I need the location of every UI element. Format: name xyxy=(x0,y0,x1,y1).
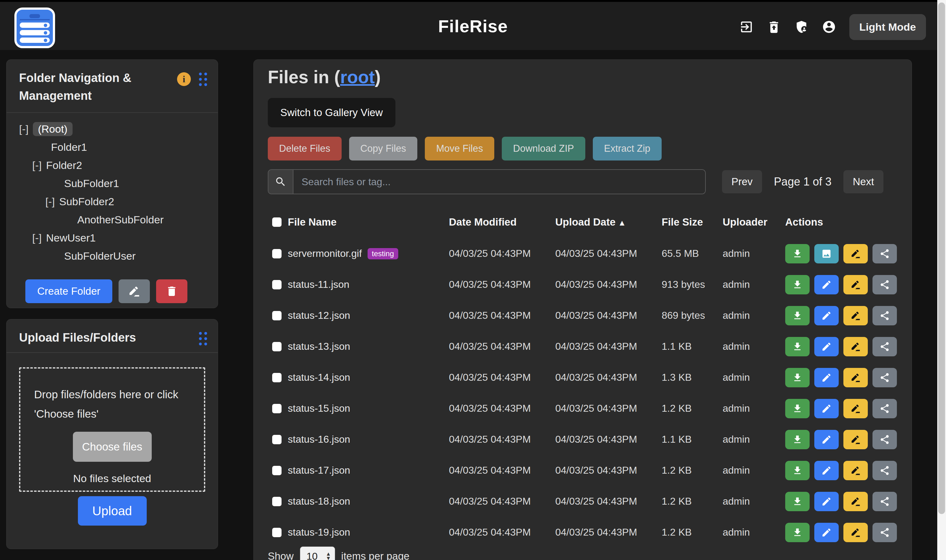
restore-trash-icon[interactable] xyxy=(767,20,781,34)
download-button[interactable] xyxy=(785,523,810,542)
prev-page-button[interactable]: Prev xyxy=(722,170,762,193)
folder-name[interactable]: SubFolderUser xyxy=(64,250,136,262)
file-name[interactable]: status-11.json xyxy=(288,279,349,290)
preview-button[interactable] xyxy=(814,244,839,263)
tree-item-subfolder2[interactable]: [-]SubFolder2 xyxy=(6,192,218,211)
file-name[interactable]: status-16.json xyxy=(288,434,350,445)
file-name[interactable]: status-19.json xyxy=(288,526,350,538)
items-per-page-select[interactable]: 10 ▲▼ xyxy=(300,546,335,560)
download-zip-button[interactable]: Download ZIP xyxy=(502,137,585,160)
account-icon[interactable] xyxy=(822,20,836,34)
tree-collapse-toggle[interactable]: [-] xyxy=(19,123,28,135)
logout-icon[interactable] xyxy=(739,20,754,34)
share-button[interactable] xyxy=(872,461,897,480)
search-icon[interactable] xyxy=(268,170,294,194)
edit-button[interactable] xyxy=(814,399,839,418)
tree-collapse-toggle[interactable]: [-] xyxy=(45,195,55,208)
row-checkbox[interactable] xyxy=(272,404,281,413)
download-button[interactable] xyxy=(785,244,810,263)
folder-name[interactable]: Folder1 xyxy=(51,141,87,153)
drag-handle-icon[interactable] xyxy=(199,332,207,345)
copy-files-button[interactable]: Copy Files xyxy=(349,137,417,160)
folder-name[interactable]: SubFolder2 xyxy=(59,195,114,208)
row-checkbox[interactable] xyxy=(272,249,281,258)
file-name[interactable]: status-13.json xyxy=(288,341,350,352)
download-button[interactable] xyxy=(785,399,810,418)
rename-tag-button[interactable] xyxy=(843,275,868,294)
upload-button[interactable]: Upload xyxy=(78,496,147,526)
file-name[interactable]: status-15.json xyxy=(288,403,350,414)
tree-item-folder1[interactable]: Folder1 xyxy=(6,138,218,156)
file-name[interactable]: status-17.json xyxy=(288,465,350,476)
folder-name[interactable]: NewUser1 xyxy=(46,232,96,244)
row-checkbox[interactable] xyxy=(272,342,281,351)
search-input[interactable] xyxy=(294,170,705,194)
scrollbar[interactable] xyxy=(937,0,946,560)
delete-folder-button[interactable] xyxy=(156,279,188,303)
file-name[interactable]: status-12.json xyxy=(288,310,350,321)
rename-tag-button[interactable] xyxy=(843,306,868,325)
folder-name[interactable]: SubFolder1 xyxy=(64,177,119,189)
edit-button[interactable] xyxy=(814,430,839,449)
row-checkbox[interactable] xyxy=(272,373,281,382)
next-page-button[interactable]: Next xyxy=(843,170,883,193)
scrollbar-thumb[interactable] xyxy=(938,3,945,514)
tree-collapse-toggle[interactable]: [-] xyxy=(32,232,42,244)
column-header-date-modified[interactable]: Date Modified xyxy=(449,216,555,228)
download-button[interactable] xyxy=(785,306,810,325)
tree-item-root[interactable]: [-](Root) xyxy=(6,120,218,138)
row-checkbox[interactable] xyxy=(272,466,281,475)
column-header-upload-date[interactable]: Upload Date▲ xyxy=(555,216,661,228)
folder-name[interactable]: AnotherSubFolder xyxy=(77,214,164,226)
info-icon[interactable]: i xyxy=(177,72,191,86)
tree-item-anothersubfolder[interactable]: AnotherSubFolder xyxy=(6,211,218,229)
column-header-uploader[interactable]: Uploader xyxy=(723,216,785,228)
download-button[interactable] xyxy=(785,461,810,480)
choose-files-button[interactable]: Choose files xyxy=(73,432,152,462)
download-button[interactable] xyxy=(785,430,810,449)
download-button[interactable] xyxy=(785,492,810,511)
edit-button[interactable] xyxy=(814,523,839,542)
edit-button[interactable] xyxy=(814,275,839,294)
share-button[interactable] xyxy=(872,275,897,294)
edit-button[interactable] xyxy=(814,461,839,480)
row-checkbox[interactable] xyxy=(272,528,281,537)
file-name[interactable]: status-14.json xyxy=(288,372,350,383)
select-all-checkbox[interactable] xyxy=(272,217,281,227)
download-button[interactable] xyxy=(785,275,810,294)
rename-tag-button[interactable] xyxy=(843,368,868,387)
folder-name[interactable]: (Root) xyxy=(33,122,72,136)
column-header-file-name[interactable]: File Name xyxy=(288,216,449,228)
file-name[interactable]: status-18.json xyxy=(288,495,350,507)
admin-shield-icon[interactable] xyxy=(794,20,809,34)
folder-name[interactable]: Folder2 xyxy=(46,159,82,171)
tree-collapse-toggle[interactable]: [-] xyxy=(32,159,42,171)
tree-item-subfolder1[interactable]: SubFolder1 xyxy=(6,174,218,192)
rename-tag-button[interactable] xyxy=(843,492,868,511)
tree-item-folder2[interactable]: [-]Folder2 xyxy=(6,156,218,174)
root-folder-link[interactable]: root xyxy=(340,67,375,87)
row-checkbox[interactable] xyxy=(272,280,281,289)
create-folder-button[interactable]: Create Folder xyxy=(25,279,112,303)
edit-button[interactable] xyxy=(814,306,839,325)
rename-tag-button[interactable] xyxy=(843,337,868,356)
row-checkbox[interactable] xyxy=(272,497,281,506)
download-button[interactable] xyxy=(785,337,810,356)
rename-tag-button[interactable] xyxy=(843,523,868,542)
share-button[interactable] xyxy=(872,244,897,263)
upload-dropzone[interactable]: Drop files/folders here or click 'Choose… xyxy=(19,367,205,492)
download-button[interactable] xyxy=(785,368,810,387)
share-button[interactable] xyxy=(872,337,897,356)
rename-tag-button[interactable] xyxy=(843,461,868,480)
delete-files-button[interactable]: Delete Files xyxy=(268,137,341,160)
share-button[interactable] xyxy=(872,306,897,325)
drag-handle-icon[interactable] xyxy=(199,72,207,86)
share-button[interactable] xyxy=(872,523,897,542)
share-button[interactable] xyxy=(872,368,897,387)
rename-tag-button[interactable] xyxy=(843,430,868,449)
rename-tag-button[interactable] xyxy=(843,399,868,418)
share-button[interactable] xyxy=(872,430,897,449)
tree-item-subfolderuser[interactable]: SubFolderUser xyxy=(6,247,218,265)
rename-folder-button[interactable] xyxy=(118,279,150,303)
row-checkbox[interactable] xyxy=(272,311,281,320)
